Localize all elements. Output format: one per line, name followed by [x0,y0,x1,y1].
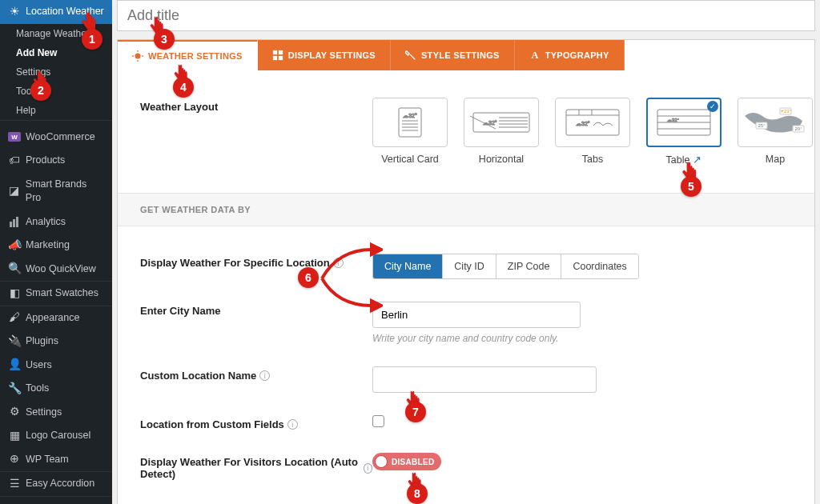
weather-icon: ☀ [8,6,21,18]
tag-icon: 🏷 [8,154,21,167]
tab-display-settings[interactable]: DISPLAY SETTINGS [258,40,391,70]
custom-fields-checkbox[interactable] [372,415,384,427]
sidebar-item-products[interactable]: 🏷Products [0,149,112,173]
sidebar-item-swatches[interactable]: ◧Smart Swatches [0,282,112,306]
layout-map[interactable]: ☀23°25°29° Map [738,98,813,166]
svg-rect-11 [279,50,283,54]
annotation-hand-7 [402,389,423,414]
specific-location-label: Display Weather For Specific Location [140,257,330,269]
sidebar-sub-help[interactable]: Help [0,101,112,120]
sidebar-item-marketing[interactable]: 📣Marketing [0,234,112,258]
carousel-icon: ▦ [8,430,21,442]
seg-coordinates[interactable]: Coordinates [561,254,637,278]
sidebar-item-quickview[interactable]: 🔍Woo QuickView [0,258,112,282]
svg-text:☁32°: ☁32° [576,121,590,126]
auto-detect-toggle[interactable]: DISABLED [372,453,441,470]
svg-text:25°: 25° [758,123,766,128]
sidebar-item-appearance[interactable]: 🖌Appearance [0,306,112,330]
sidebar-item-smart-brands[interactable]: ◪Smart Brands Pro [0,173,112,210]
svg-text:☁32°: ☁32° [667,118,680,122]
info-icon: i [259,370,270,381]
post-title-input[interactable] [117,0,815,31]
team-icon: ⊕ [8,453,21,466]
main-content: WEATHER SETTINGS DISPLAY SETTINGS STYLE … [112,0,820,504]
seg-zip-code[interactable]: ZIP Code [496,254,562,278]
brand-icon: ◪ [8,185,21,198]
sidebar-item-plugins[interactable]: 🔌Plugins [0,330,112,354]
svg-marker-45 [372,301,381,310]
tab-style-settings[interactable]: STYLE SETTINGS [391,40,515,70]
svg-text:☀23°: ☀23° [780,109,792,114]
sidebar-item-users[interactable]: 👤Users [0,354,112,378]
user-icon: 👤 [8,358,21,371]
admin-sidebar: ☀ Location Weather Manage Weather Add Ne… [0,0,112,504]
woo-icon: W [8,130,21,143]
svg-rect-4 [16,217,18,227]
svg-text:29°: 29° [794,126,802,131]
layout-chooser: ☁32° Vertical Card ☁32° Horizontal ☁32° … [372,98,813,166]
svg-text:W: W [11,134,18,141]
bars-icon [8,215,21,228]
seg-city-id[interactable]: City ID [443,254,496,278]
tab-typography[interactable]: ATYPOGRAPHY [515,40,625,70]
custom-fields-label: Location from Custom Fields [140,418,284,430]
weather-layout-label: Weather Layout [140,98,372,113]
sidebar-sub-add-new[interactable]: Add New [0,43,112,62]
sidebar-item-tools[interactable]: 🔧Tools [0,377,112,401]
svg-rect-21 [473,113,529,132]
accordion-icon: ☰ [8,478,21,490]
search-icon: 🔍 [8,262,21,275]
settings-panel: WEATHER SETTINGS DISPLAY SETTINGS STYLE … [117,39,815,504]
annotation-hand-8 [404,470,424,496]
info-icon: i [364,463,372,474]
sidebar-item-wp-team[interactable]: ⊕WP Team [0,448,112,472]
annotation-hand-1 [77,10,99,37]
sidebar-sub-tools[interactable]: Tools [0,82,112,101]
plug-icon: 🔌 [8,335,21,348]
info-icon: i [287,419,298,430]
svg-rect-13 [279,56,283,60]
custom-location-label: Custom Location Name [140,370,256,382]
layout-vertical-card[interactable]: ☁32° Vertical Card [372,98,448,166]
svg-text:A: A [531,50,538,61]
sliders-icon: ⚙ [8,406,21,418]
layout-horizontal[interactable]: ☁32° Horizontal [464,98,539,166]
svg-point-5 [135,54,141,59]
auto-detect-label: Display Weather For Visitors Location (A… [140,456,360,480]
svg-rect-3 [13,219,15,227]
swatch-icon: ◧ [8,287,21,300]
annotation-hand-5 [677,160,700,187]
sidebar-item-settings[interactable]: ⚙Settings [0,401,112,425]
svg-rect-10 [273,50,277,54]
location-type-segment: City Name City ID ZIP Code Coordinates [372,254,639,279]
svg-rect-2 [10,222,12,227]
layout-tabs[interactable]: ☁32° Tabs [555,98,630,166]
settings-tabs: WEATHER SETTINGS DISPLAY SETTINGS STYLE … [118,40,814,70]
svg-rect-28 [566,110,619,135]
layout-table[interactable]: ✓☁32° Table ↗ [646,98,722,166]
check-icon: ✓ [707,101,718,112]
svg-marker-44 [372,245,381,254]
seg-city-name[interactable]: City Name [373,254,443,278]
toggle-knob [375,455,388,468]
annotation-hand-3 [146,14,167,40]
brush-icon: 🖌 [8,311,21,324]
section-get-weather-data: GET WEATHER DATA BY [118,193,814,226]
svg-text:☁32°: ☁32° [483,120,497,126]
svg-text:☁32°: ☁32° [403,113,417,118]
wrench-icon: 🔧 [8,382,21,395]
svg-rect-12 [273,56,277,60]
toggle-text: DISABLED [392,458,435,466]
sidebar-item-woocommerce[interactable]: WWooCommerce [0,126,112,150]
annotation-hand-2 [29,69,50,94]
sidebar-sub-settings[interactable]: Settings [0,62,112,82]
sidebar-item-logo-carousel[interactable]: ▦Logo Carousel [0,424,112,448]
megaphone-icon: 📣 [8,239,21,252]
city-name-help: Write your city name and country code on… [372,333,792,344]
city-name-input[interactable] [372,302,581,328]
annotation-hand-4 [170,62,191,88]
annotation-arrow-6 [319,240,383,320]
sidebar-item-analytics[interactable]: Analytics [0,210,112,234]
sidebar-item-accordion[interactable]: ☰Easy Accordion [0,472,112,496]
